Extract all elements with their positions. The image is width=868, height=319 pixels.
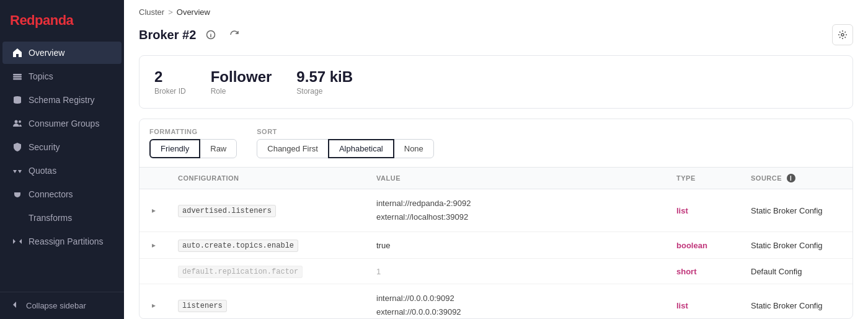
stats-card: 2 Broker ID Follower Role 9.57 kiB Stora…	[139, 55, 853, 109]
svg-point-4	[15, 120, 18, 124]
chevron-left-icon	[10, 300, 20, 312]
formatting-btn-group: Friendly Raw	[149, 139, 237, 158]
table-row: ▸listenersinternal://0.0.0.0:9092externa…	[140, 284, 852, 319]
sidebar-item-security[interactable]: Security	[2, 136, 122, 158]
svg-point-7	[841, 34, 844, 36]
col-header-configuration: CONFIGURATION	[168, 168, 366, 189]
config-type: short	[676, 267, 697, 276]
collapse-label: Collapse sidebar	[26, 301, 86, 310]
sidebar-item-label: Connectors	[29, 189, 73, 199]
broker-id-label: Broker ID	[154, 87, 186, 96]
format-raw-btn[interactable]: Raw	[200, 139, 237, 158]
sidebar-logo: Redpanda	[0, 0, 124, 41]
transform-icon	[12, 213, 22, 223]
sidebar-item-label: Consumer Groups	[29, 119, 99, 128]
storage-value: 9.57 kiB	[296, 68, 353, 86]
sidebar-item-schema-registry[interactable]: Schema Registry	[2, 89, 122, 111]
sidebar-item-topics[interactable]: Topics	[2, 65, 122, 88]
storage-label: Storage	[296, 87, 353, 96]
breadcrumb-current: Overview	[177, 7, 210, 17]
main-content: Cluster > Overview Broker #2 2 Broker ID…	[124, 0, 868, 319]
config-key: advertised.listeners	[178, 205, 276, 217]
sidebar-item-quotas[interactable]: Quotas	[2, 160, 122, 182]
collapse-sidebar-button[interactable]: Collapse sidebar	[0, 292, 124, 319]
sidebar-item-label: Overview	[29, 48, 64, 58]
shield-icon	[12, 142, 22, 152]
sidebar-nav: Overview Topics Schema Registry Consumer…	[0, 41, 124, 292]
sidebar-item-label: Transforms	[29, 213, 72, 223]
refresh-button[interactable]	[226, 26, 243, 43]
config-source: Default Config	[741, 259, 852, 284]
breadcrumb-separator: >	[168, 7, 173, 17]
sort-none-btn[interactable]: None	[394, 139, 434, 158]
sort-label: SORT	[257, 128, 434, 135]
users-icon	[12, 119, 22, 128]
config-key: listeners	[178, 300, 227, 312]
breadcrumb-parent[interactable]: Cluster	[139, 7, 164, 17]
role-value: Follower	[211, 68, 272, 86]
stat-broker-id: 2 Broker ID	[154, 68, 186, 96]
config-table-body: ▸advertised.listenersinternal://redpanda…	[140, 189, 852, 320]
svg-rect-0	[13, 74, 22, 76]
table-row: ▸advertised.listenersinternal://redpanda…	[140, 189, 852, 232]
expand-button[interactable]: ▸	[149, 205, 158, 216]
sidebar-item-overview[interactable]: Overview	[2, 42, 122, 64]
svg-rect-1	[13, 76, 22, 78]
sidebar-item-transforms[interactable]: Transforms	[2, 207, 122, 229]
config-controls: FORMATTING Friendly Raw SORT Changed Fir…	[140, 119, 852, 168]
house-icon	[12, 48, 22, 58]
col-header-value: VALUE	[366, 168, 666, 189]
sidebar-item-reassign-partitions[interactable]: Reassign Partitions	[2, 230, 122, 253]
svg-point-5	[19, 120, 21, 123]
page-title: Broker #2	[139, 28, 196, 42]
arrows-icon	[12, 236, 22, 246]
info-button[interactable]	[202, 26, 219, 43]
config-type: boolean	[676, 241, 707, 250]
stat-storage: 9.57 kiB Storage	[296, 68, 353, 96]
config-table: CONFIGURATION VALUE TYPE SOURCE i ▸adver…	[140, 168, 852, 319]
balance-icon	[12, 166, 22, 176]
layers-icon	[12, 71, 22, 81]
config-key: default.replication.factor	[178, 266, 303, 278]
col-header-expand	[140, 168, 168, 189]
config-source: Static Broker Config	[741, 189, 852, 232]
sidebar: Redpanda Overview Topics Schema Registry…	[0, 0, 124, 319]
sidebar-item-label: Reassign Partitions	[29, 236, 104, 246]
database-icon	[12, 95, 22, 105]
sidebar-item-label: Schema Registry	[29, 95, 95, 105]
col-header-type: TYPE	[666, 168, 741, 189]
config-button[interactable]	[832, 24, 853, 45]
sidebar-item-consumer-groups[interactable]: Consumer Groups	[2, 112, 122, 135]
config-value: true	[366, 232, 666, 259]
format-friendly-btn[interactable]: Friendly	[149, 139, 200, 158]
expand-button[interactable]: ▸	[149, 300, 158, 311]
config-value: internal://0.0.0.0:9092external://0.0.0.…	[366, 284, 666, 319]
expand-button[interactable]: ▸	[149, 240, 158, 251]
formatting-group: FORMATTING Friendly Raw	[149, 128, 237, 158]
table-row: ▸auto.create.topics.enabletruebooleanSta…	[140, 232, 852, 259]
formatting-label: FORMATTING	[149, 128, 237, 135]
sort-group: SORT Changed First Alphabetical None	[257, 128, 434, 158]
config-section: FORMATTING Friendly Raw SORT Changed Fir…	[139, 119, 853, 319]
config-key: auto.create.topics.enable	[178, 240, 298, 252]
sort-alphabetical-btn[interactable]: Alphabetical	[328, 139, 394, 158]
source-info-icon: i	[787, 174, 795, 182]
sort-btn-group: Changed First Alphabetical None	[257, 139, 434, 158]
config-value: internal://redpanda-2:9092external://loc…	[366, 189, 666, 232]
table-row: default.replication.factor1shortDefault …	[140, 259, 852, 284]
config-type: list	[676, 301, 688, 310]
stat-role: Follower Role	[211, 68, 272, 96]
page-header: Broker #2	[124, 22, 868, 55]
svg-rect-2	[13, 78, 22, 80]
page-header-left: Broker #2	[139, 26, 243, 43]
sidebar-item-label: Topics	[29, 71, 53, 81]
config-source: Static Broker Config	[741, 284, 852, 319]
sidebar-item-label: Quotas	[29, 166, 56, 176]
sidebar-item-connectors[interactable]: Connectors	[2, 183, 122, 205]
config-source: Static Broker Config	[741, 232, 852, 259]
broker-id-value: 2	[154, 68, 186, 86]
role-label: Role	[211, 87, 272, 96]
sidebar-item-label: Security	[29, 142, 60, 152]
config-type: list	[676, 206, 688, 215]
sort-changed-first-btn[interactable]: Changed First	[257, 139, 329, 158]
